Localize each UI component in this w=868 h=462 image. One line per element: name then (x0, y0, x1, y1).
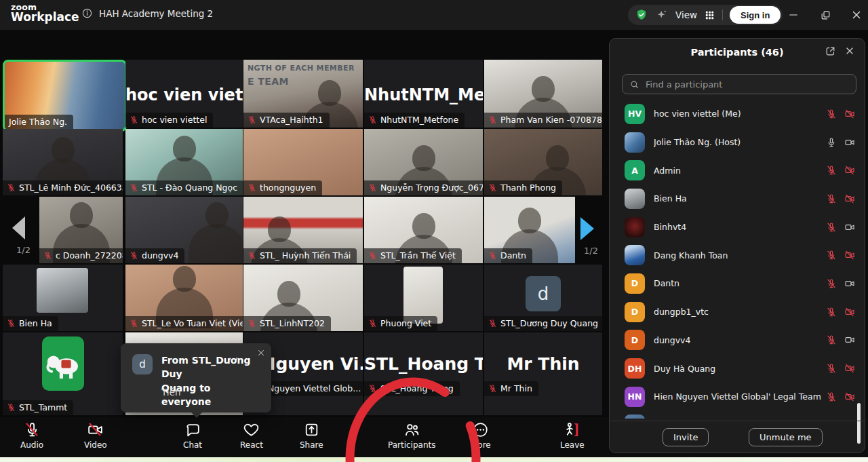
participant-name: dungvv4 (654, 335, 826, 345)
camera-on-icon (844, 222, 855, 233)
camera-on-icon (844, 334, 855, 345)
muted-mic-icon (130, 319, 138, 328)
name-text: Mr Thin (500, 383, 532, 393)
participant-row[interactable]: Binhvt4 (610, 213, 865, 242)
muted-mic-icon (368, 183, 377, 192)
panel-footer: Invite Unmute me (610, 421, 865, 453)
tile-big-name: Mr Thin (484, 354, 602, 374)
chat-notification-popup[interactable]: d From STL_Dương DuyQuang to everyone Ti… (121, 343, 271, 412)
react-button[interactable]: React (240, 421, 263, 450)
participant-name-label: STL_Dương Duy Quang (484, 316, 602, 331)
video-tile[interactable]: STL_Lê Minh Đức_406633 (3, 129, 123, 195)
video-tile[interactable]: c Doanh_272208_VTC (39, 197, 123, 263)
chat-button[interactable]: Chat (183, 421, 202, 450)
video-tile[interactable]: STL_LinhNT202 (243, 265, 363, 331)
participant-row[interactable]: DH Duy Hà Quang (610, 354, 865, 383)
participant-row[interactable]: HV hoc vien viettel (Me) (610, 100, 865, 128)
participant-name: Admin (654, 166, 826, 176)
tile-big-name: hoc vien viettel (125, 85, 243, 104)
camera-off-icon (844, 391, 855, 402)
muted-mic-icon (7, 403, 16, 412)
mic-off-icon (826, 307, 837, 317)
video-tile[interactable]: Mr Thin Mr Thin (484, 332, 602, 415)
participant-row[interactable]: D dungpb1_vtc (610, 298, 865, 326)
close-panel-icon[interactable] (844, 45, 855, 56)
muted-mic-icon (248, 183, 256, 192)
video-tile[interactable]: STL_ Huỳnh Tiến Thái (243, 197, 363, 263)
muted-mic-icon (368, 251, 377, 260)
name-text: STL_Dương Duy Quang (500, 318, 598, 328)
participant-name-label: STL - Đào Quang Ngọc (125, 180, 243, 195)
camera-off-icon (844, 109, 855, 119)
participant-row[interactable]: D dungvv4 (610, 326, 865, 355)
video-tile[interactable]: Jolie Thảo Ng. (3, 60, 127, 132)
name-text: STL_Trần Thế Việt (380, 250, 456, 261)
mic-off-icon (826, 165, 837, 176)
audio-button[interactable]: Audio (20, 421, 43, 450)
muted-mic-icon (488, 115, 497, 124)
mic-off-icon (826, 334, 837, 345)
meeting-info-icon[interactable] (81, 7, 93, 19)
video-tile[interactable]: dungvv4 (125, 197, 243, 263)
invite-button[interactable]: Invite (663, 428, 709, 446)
search-input[interactable] (644, 79, 849, 90)
security-shield-icon[interactable] (635, 8, 648, 22)
chat-popup-title: From STL_Dương DuyQuang to everyone (161, 353, 256, 408)
divider (722, 9, 723, 20)
chat-popup-close-icon[interactable] (256, 348, 266, 358)
participant-row-partial[interactable] (610, 411, 865, 419)
video-tile[interactable]: Bien Ha (3, 265, 123, 331)
video-tile[interactable]: Nguyễn Trọng Được_067... (364, 129, 483, 195)
previous-page-arrow[interactable] (12, 216, 25, 239)
video-tile[interactable]: Phuong Viet (364, 265, 483, 331)
maximize-button[interactable] (815, 5, 835, 24)
video-tile[interactable]: NhutNTM_Metf... NhutNTM_Metfone (364, 60, 483, 128)
leave-button[interactable]: Leave (560, 421, 585, 450)
video-tile[interactable]: Dantn (484, 197, 575, 263)
participant-name: Bien Ha (654, 193, 826, 204)
share-button[interactable]: Share (300, 421, 323, 450)
muted-mic-icon (488, 183, 497, 192)
next-page-arrow[interactable] (580, 217, 594, 240)
participants-button[interactable]: Participants (388, 421, 436, 450)
participant-row[interactable]: A Admin (610, 156, 865, 185)
video-tile[interactable]: STL - Đào Quang Ngọc (125, 129, 243, 195)
chat-sender-avatar: d (132, 354, 153, 374)
video-tile[interactable]: STL_Tammt (3, 332, 123, 415)
ai-companion-icon[interactable] (655, 8, 669, 22)
participant-name: Binhvt4 (654, 222, 826, 232)
view-button-label[interactable]: View (675, 9, 697, 20)
participant-name-label: Thanh Phong (484, 180, 562, 195)
minimize-button[interactable] (783, 5, 804, 24)
participant-row[interactable]: Dang Khanh Toan (610, 241, 865, 269)
more-button[interactable]: More (471, 421, 491, 450)
video-tile[interactable]: STL_Hoang Tran... STL_Hoang Trang (364, 332, 483, 415)
participant-name-label: Pham Van Kien -070878-... (484, 113, 602, 128)
name-text: STL_ Huỳnh Tiến Thái (260, 250, 351, 261)
participant-row[interactable]: Jolie Thảo Ng. (Host) (610, 128, 865, 157)
video-tile[interactable]: d STL_Dương Duy Quang (484, 265, 602, 331)
video-tile[interactable]: STL_Trần Thế Việt (364, 197, 483, 263)
video-tile[interactable]: STL_Le Vo Tuan Viet (Viet... (125, 265, 243, 331)
muted-mic-icon (368, 319, 377, 328)
name-text: STL_Hoang Trang (380, 383, 454, 393)
participant-row[interactable]: Bien Ha (610, 185, 865, 213)
avatar: DH (625, 358, 645, 379)
video-tile[interactable]: Thanh Phong (484, 129, 602, 195)
sign-in-button[interactable]: Sign in (730, 6, 781, 24)
popout-panel-icon[interactable] (825, 45, 836, 57)
video-tile[interactable]: hoc vien viettel hoc vien viettel (125, 60, 243, 128)
muted-mic-icon (488, 384, 497, 393)
video-tile[interactable]: Pham Van Kien -070878-... (484, 60, 602, 128)
name-text: STL - Đào Quang Ngọc (142, 182, 237, 193)
unmute-me-button[interactable]: Unmute me (749, 428, 823, 446)
view-grid-icon[interactable] (704, 9, 715, 21)
video-tile[interactable]: thongnguyen (243, 129, 363, 195)
participant-row[interactable]: D Dantn (610, 269, 865, 298)
video-button[interactable]: Video (84, 421, 107, 450)
participant-name-label: STL_Lê Minh Đức_406633 (3, 180, 123, 195)
video-tile[interactable]: NGTH OF EACH MEMBERE TEAM VTAca_Haihth1 (243, 60, 363, 128)
logo-workplace-text: Workplace (11, 12, 79, 24)
close-window-button[interactable] (846, 5, 867, 24)
participant-row[interactable]: HN Hien Nguyen Viettel Global' Legal Tea… (610, 383, 865, 411)
